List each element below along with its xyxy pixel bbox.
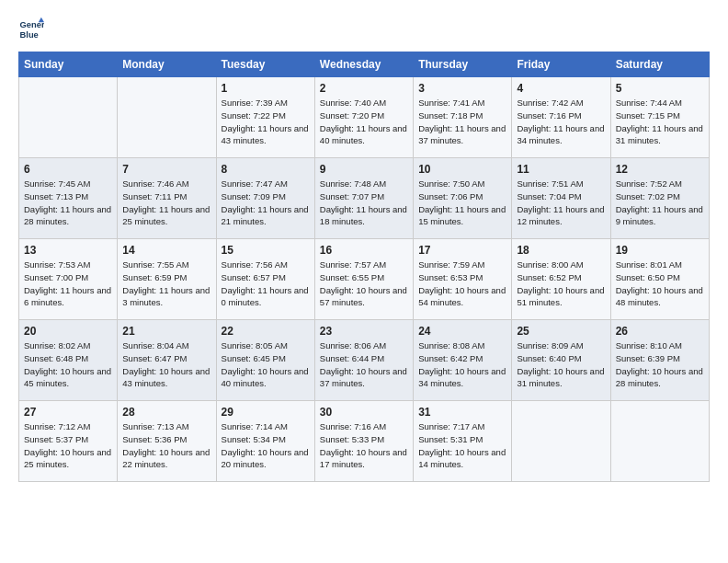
calendar-day-cell: 24Sunrise: 8:08 AM Sunset: 6:42 PM Dayli… bbox=[414, 320, 512, 401]
day-number: 28 bbox=[122, 406, 210, 419]
day-number: 21 bbox=[122, 325, 210, 338]
calendar-day-cell bbox=[118, 77, 216, 158]
logo: General Blue bbox=[18, 17, 44, 42]
day-number: 20 bbox=[24, 325, 112, 338]
calendar-header-cell: Wednesday bbox=[314, 52, 413, 77]
day-info: Sunrise: 7:39 AM Sunset: 7:22 PM Dayligh… bbox=[222, 97, 310, 147]
calendar-header-cell: Sunday bbox=[19, 52, 118, 77]
calendar-day-cell: 28Sunrise: 7:13 AM Sunset: 5:36 PM Dayli… bbox=[118, 401, 216, 482]
calendar-day-cell bbox=[19, 77, 118, 158]
calendar-day-cell: 26Sunrise: 8:10 AM Sunset: 6:39 PM Dayli… bbox=[610, 320, 709, 401]
calendar-day-cell: 17Sunrise: 7:59 AM Sunset: 6:53 PM Dayli… bbox=[414, 239, 512, 320]
calendar-table: SundayMondayTuesdayWednesdayThursdayFrid… bbox=[18, 52, 710, 482]
calendar-day-cell: 4Sunrise: 7:42 AM Sunset: 7:16 PM Daylig… bbox=[512, 77, 610, 158]
header: General Blue bbox=[18, 17, 710, 42]
day-number: 3 bbox=[418, 82, 506, 95]
day-number: 11 bbox=[517, 163, 605, 176]
calendar-week-row: 1Sunrise: 7:39 AM Sunset: 7:22 PM Daylig… bbox=[19, 77, 710, 158]
day-number: 26 bbox=[616, 325, 704, 338]
day-number: 7 bbox=[122, 163, 210, 176]
day-info: Sunrise: 7:46 AM Sunset: 7:11 PM Dayligh… bbox=[122, 178, 210, 228]
day-number: 9 bbox=[320, 163, 408, 176]
calendar-day-cell bbox=[512, 401, 610, 482]
calendar-week-row: 13Sunrise: 7:53 AM Sunset: 7:00 PM Dayli… bbox=[19, 239, 710, 320]
logo-icon: General Blue bbox=[18, 17, 44, 42]
calendar-day-cell: 25Sunrise: 8:09 AM Sunset: 6:40 PM Dayli… bbox=[512, 320, 610, 401]
day-number: 23 bbox=[320, 325, 408, 338]
calendar-day-cell: 21Sunrise: 8:04 AM Sunset: 6:47 PM Dayli… bbox=[118, 320, 216, 401]
day-info: Sunrise: 7:13 AM Sunset: 5:36 PM Dayligh… bbox=[122, 420, 210, 471]
day-info: Sunrise: 7:51 AM Sunset: 7:04 PM Dayligh… bbox=[517, 178, 605, 228]
day-number: 24 bbox=[418, 325, 506, 338]
day-info: Sunrise: 8:01 AM Sunset: 6:50 PM Dayligh… bbox=[616, 259, 704, 309]
calendar-header-cell: Thursday bbox=[414, 52, 512, 77]
calendar-body: 1Sunrise: 7:39 AM Sunset: 7:22 PM Daylig… bbox=[19, 77, 710, 482]
day-number: 17 bbox=[418, 244, 506, 257]
calendar-day-cell: 14Sunrise: 7:55 AM Sunset: 6:59 PM Dayli… bbox=[118, 239, 216, 320]
day-number: 5 bbox=[616, 82, 704, 95]
day-info: Sunrise: 7:55 AM Sunset: 6:59 PM Dayligh… bbox=[122, 259, 210, 309]
calendar-day-cell: 9Sunrise: 7:48 AM Sunset: 7:07 PM Daylig… bbox=[314, 158, 413, 239]
day-number: 12 bbox=[616, 163, 704, 176]
day-info: Sunrise: 8:02 AM Sunset: 6:48 PM Dayligh… bbox=[24, 339, 112, 390]
day-number: 16 bbox=[320, 244, 408, 257]
calendar-day-cell: 18Sunrise: 8:00 AM Sunset: 6:52 PM Dayli… bbox=[512, 239, 610, 320]
day-number: 27 bbox=[24, 406, 112, 419]
day-info: Sunrise: 7:59 AM Sunset: 6:53 PM Dayligh… bbox=[418, 259, 506, 309]
day-number: 22 bbox=[222, 325, 310, 338]
calendar-header-cell: Monday bbox=[118, 52, 216, 77]
calendar-day-cell: 1Sunrise: 7:39 AM Sunset: 7:22 PM Daylig… bbox=[216, 77, 314, 158]
day-info: Sunrise: 8:08 AM Sunset: 6:42 PM Dayligh… bbox=[418, 339, 506, 390]
calendar-header-cell: Friday bbox=[512, 52, 610, 77]
day-info: Sunrise: 7:45 AM Sunset: 7:13 PM Dayligh… bbox=[24, 178, 112, 228]
day-info: Sunrise: 8:09 AM Sunset: 6:40 PM Dayligh… bbox=[517, 339, 605, 390]
calendar-header-row: SundayMondayTuesdayWednesdayThursdayFrid… bbox=[19, 52, 710, 77]
day-info: Sunrise: 7:52 AM Sunset: 7:02 PM Dayligh… bbox=[616, 178, 704, 228]
calendar-week-row: 20Sunrise: 8:02 AM Sunset: 6:48 PM Dayli… bbox=[19, 320, 710, 401]
day-number: 19 bbox=[616, 244, 704, 257]
calendar-day-cell: 6Sunrise: 7:45 AM Sunset: 7:13 PM Daylig… bbox=[19, 158, 118, 239]
calendar-day-cell: 13Sunrise: 7:53 AM Sunset: 7:00 PM Dayli… bbox=[19, 239, 118, 320]
day-info: Sunrise: 7:47 AM Sunset: 7:09 PM Dayligh… bbox=[222, 178, 310, 228]
calendar-day-cell: 30Sunrise: 7:16 AM Sunset: 5:33 PM Dayli… bbox=[314, 401, 413, 482]
day-number: 18 bbox=[517, 244, 605, 257]
calendar-week-row: 27Sunrise: 7:12 AM Sunset: 5:37 PM Dayli… bbox=[19, 401, 710, 482]
day-info: Sunrise: 7:42 AM Sunset: 7:16 PM Dayligh… bbox=[517, 97, 605, 147]
calendar-day-cell: 5Sunrise: 7:44 AM Sunset: 7:15 PM Daylig… bbox=[610, 77, 709, 158]
calendar-day-cell: 31Sunrise: 7:17 AM Sunset: 5:31 PM Dayli… bbox=[414, 401, 512, 482]
day-info: Sunrise: 7:53 AM Sunset: 7:00 PM Dayligh… bbox=[24, 259, 112, 309]
calendar-day-cell: 7Sunrise: 7:46 AM Sunset: 7:11 PM Daylig… bbox=[118, 158, 216, 239]
calendar-day-cell: 23Sunrise: 8:06 AM Sunset: 6:44 PM Dayli… bbox=[314, 320, 413, 401]
svg-text:Blue: Blue bbox=[20, 30, 39, 40]
day-info: Sunrise: 7:48 AM Sunset: 7:07 PM Dayligh… bbox=[320, 178, 408, 228]
calendar-day-cell: 2Sunrise: 7:40 AM Sunset: 7:20 PM Daylig… bbox=[314, 77, 413, 158]
day-info: Sunrise: 8:06 AM Sunset: 6:44 PM Dayligh… bbox=[320, 339, 408, 390]
day-info: Sunrise: 8:10 AM Sunset: 6:39 PM Dayligh… bbox=[616, 339, 704, 390]
calendar-header-cell: Saturday bbox=[610, 52, 709, 77]
day-number: 13 bbox=[24, 244, 112, 257]
day-info: Sunrise: 7:50 AM Sunset: 7:06 PM Dayligh… bbox=[418, 178, 506, 228]
calendar-day-cell: 8Sunrise: 7:47 AM Sunset: 7:09 PM Daylig… bbox=[216, 158, 314, 239]
day-info: Sunrise: 7:41 AM Sunset: 7:18 PM Dayligh… bbox=[418, 97, 506, 147]
day-info: Sunrise: 7:44 AM Sunset: 7:15 PM Dayligh… bbox=[616, 97, 704, 147]
day-number: 2 bbox=[320, 82, 408, 95]
calendar-day-cell: 20Sunrise: 8:02 AM Sunset: 6:48 PM Dayli… bbox=[19, 320, 118, 401]
day-number: 29 bbox=[222, 406, 310, 419]
day-info: Sunrise: 7:16 AM Sunset: 5:33 PM Dayligh… bbox=[320, 420, 408, 471]
day-number: 14 bbox=[122, 244, 210, 257]
day-info: Sunrise: 7:57 AM Sunset: 6:55 PM Dayligh… bbox=[320, 259, 408, 309]
calendar-day-cell: 16Sunrise: 7:57 AM Sunset: 6:55 PM Dayli… bbox=[314, 239, 413, 320]
calendar-day-cell: 15Sunrise: 7:56 AM Sunset: 6:57 PM Dayli… bbox=[216, 239, 314, 320]
calendar-day-cell: 3Sunrise: 7:41 AM Sunset: 7:18 PM Daylig… bbox=[414, 77, 512, 158]
day-info: Sunrise: 7:17 AM Sunset: 5:31 PM Dayligh… bbox=[418, 420, 506, 471]
day-info: Sunrise: 8:04 AM Sunset: 6:47 PM Dayligh… bbox=[122, 339, 210, 390]
day-info: Sunrise: 7:12 AM Sunset: 5:37 PM Dayligh… bbox=[24, 420, 112, 471]
calendar-day-cell: 12Sunrise: 7:52 AM Sunset: 7:02 PM Dayli… bbox=[610, 158, 709, 239]
day-info: Sunrise: 7:56 AM Sunset: 6:57 PM Dayligh… bbox=[222, 259, 310, 309]
calendar-day-cell: 10Sunrise: 7:50 AM Sunset: 7:06 PM Dayli… bbox=[414, 158, 512, 239]
calendar-day-cell: 27Sunrise: 7:12 AM Sunset: 5:37 PM Dayli… bbox=[19, 401, 118, 482]
calendar-day-cell: 11Sunrise: 7:51 AM Sunset: 7:04 PM Dayli… bbox=[512, 158, 610, 239]
calendar-day-cell bbox=[610, 401, 709, 482]
day-info: Sunrise: 7:40 AM Sunset: 7:20 PM Dayligh… bbox=[320, 97, 408, 147]
calendar-day-cell: 19Sunrise: 8:01 AM Sunset: 6:50 PM Dayli… bbox=[610, 239, 709, 320]
